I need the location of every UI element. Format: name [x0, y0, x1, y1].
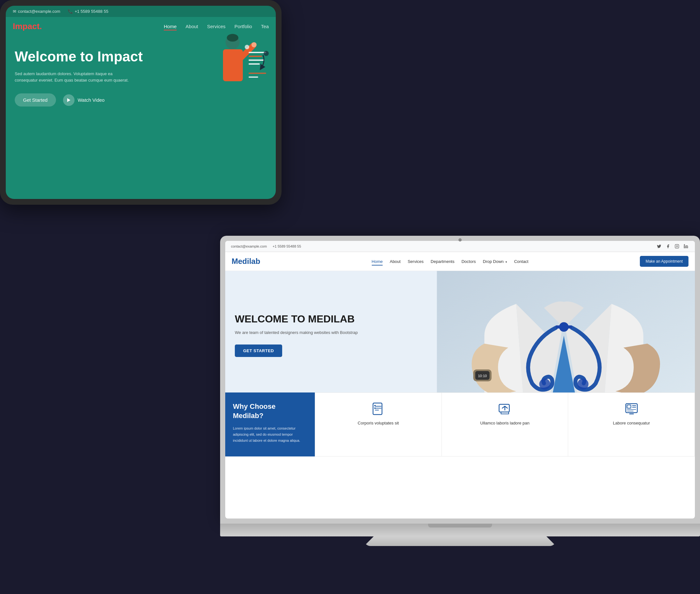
play-icon	[63, 94, 74, 106]
svg-point-3	[252, 42, 257, 47]
watch-video-label: Watch Video	[78, 97, 105, 103]
laptop-device: contact@example.com +1 5589 55488 55	[220, 236, 700, 588]
svg-rect-29	[374, 407, 376, 409]
appointment-button[interactable]: Make an Appointment	[640, 256, 689, 267]
medilab-logo: Medilab	[232, 257, 260, 266]
feature-card-1: Corporis voluptates sit	[315, 393, 441, 457]
dropdown-chevron-icon: ▾	[505, 260, 507, 264]
svg-rect-6	[248, 60, 265, 61]
medilab-hero-right: 10:10	[437, 271, 695, 393]
svg-rect-24	[373, 403, 382, 415]
svg-point-15	[684, 244, 685, 245]
svg-rect-4	[248, 52, 266, 53]
medilab-hero-section: WELCOME TO MEDILAB We are team of talent…	[225, 271, 695, 393]
laptop-hinge	[428, 524, 492, 527]
tablet-phone: 📞 +1 5589 55488 55	[68, 9, 108, 14]
medilab-hero-subtitle: We are team of talented designers making…	[235, 329, 427, 336]
laptop-screen: contact@example.com +1 5589 55488 55	[225, 241, 695, 519]
medilab-nav-doctors[interactable]: Doctors	[461, 259, 476, 264]
why-choose-text: Lorem ipsum dolor sit amet, consectetur …	[233, 425, 307, 443]
svg-rect-28	[374, 405, 376, 406]
tablet-email: ✉ contact@example.com	[13, 9, 60, 14]
medilab-nav-services[interactable]: Services	[408, 259, 424, 264]
medilab-phone: +1 5589 55488 55	[273, 244, 301, 248]
image-list-icon	[625, 402, 639, 416]
tablet-illustration	[186, 29, 269, 103]
tablet-screen: ✉ contact@example.com 📞 +1 5589 55488 55…	[6, 6, 276, 199]
medilab-email: contact@example.com	[231, 244, 267, 248]
why-choose-title: Why Choose Medilab?	[233, 402, 307, 420]
tablet-watch-video-button[interactable]: Watch Video	[63, 94, 105, 106]
tablet-nav-services[interactable]: Services	[207, 24, 226, 29]
laptop-base	[220, 524, 700, 536]
tablet-hero: Welcome to Impact Sed autem laudantium d…	[6, 36, 276, 197]
medilab-nav-home[interactable]: Home	[372, 259, 383, 264]
tablet-topbar: ✉ contact@example.com 📞 +1 5589 55488 55	[6, 6, 276, 17]
medilab-social-icons	[656, 243, 689, 250]
svg-rect-5	[248, 56, 262, 57]
medilab-navbar: Medilab Home About Services Departments …	[225, 252, 695, 271]
svg-point-8	[245, 45, 249, 49]
svg-rect-11	[248, 76, 258, 78]
svg-rect-7	[248, 63, 260, 65]
phone-icon: 📞	[68, 9, 73, 14]
why-choose-box: Why Choose Medilab? Lorem ipsum dolor si…	[225, 393, 315, 457]
laptop-stand	[364, 536, 556, 546]
tablet-hero-title: Welcome to Impact	[15, 48, 149, 65]
tablet-nav-links: Home About Services Portfolio Tea	[164, 24, 269, 29]
medilab-nav-dropdown[interactable]: Drop Down ▾	[483, 259, 507, 264]
twitter-icon[interactable]	[656, 243, 662, 250]
tablet-device: ✉ contact@example.com 📞 +1 5589 55488 55…	[0, 0, 281, 205]
linkedin-icon[interactable]	[683, 243, 689, 250]
svg-rect-10	[248, 73, 266, 74]
tablet-frame: ✉ contact@example.com 📞 +1 5589 55488 55…	[0, 0, 281, 205]
feature-cards-container: Corporis voluptates sit	[315, 393, 695, 457]
tablet-logo: Impact.	[13, 22, 42, 31]
document-list-icon	[371, 402, 385, 416]
medilab-hero-left: WELCOME TO MEDILAB We are team of talent…	[225, 271, 437, 393]
svg-point-1	[227, 34, 238, 41]
feature-1-title: Corporis voluptates sit	[358, 420, 399, 426]
medilab-get-started-button[interactable]: GET STARTED	[235, 344, 282, 357]
medilab-nav-about[interactable]: About	[390, 259, 401, 264]
feature-3-title: Labore consequatur	[613, 420, 650, 426]
tablet-get-started-button[interactable]: Get Started	[15, 93, 56, 106]
feature-card-2: Ullamco laboris ladore pan	[441, 393, 568, 457]
svg-rect-2	[223, 49, 243, 81]
envelope-icon: ✉	[13, 9, 16, 14]
svg-rect-33	[627, 405, 631, 408]
medilab-topbar-left: contact@example.com +1 5589 55488 55	[231, 244, 301, 248]
medilab-nav-departments[interactable]: Departments	[431, 259, 454, 264]
medilab-nav-links: Home About Services Departments Doctors …	[372, 259, 529, 264]
svg-rect-12	[675, 244, 679, 248]
tablet-nav-portfolio[interactable]: Portfolio	[234, 24, 252, 29]
svg-point-9	[264, 51, 269, 56]
medilab-nav-contact[interactable]: Contact	[514, 259, 529, 264]
tablet-nav-home[interactable]: Home	[164, 24, 177, 29]
scene: ✉ contact@example.com 📞 +1 5589 55488 55…	[0, 0, 700, 594]
tablet-nav-team[interactable]: Tea	[261, 24, 269, 29]
instagram-icon[interactable]	[674, 243, 680, 250]
laptop-camera	[459, 238, 462, 241]
facebook-icon[interactable]	[665, 243, 671, 250]
why-choose-section: Why Choose Medilab? Lorem ipsum dolor si…	[225, 393, 695, 457]
medilab-topbar: contact@example.com +1 5589 55488 55	[225, 241, 695, 252]
tablet-email-text: contact@example.com	[18, 9, 60, 14]
svg-point-19	[539, 379, 550, 390]
svg-point-20	[577, 379, 588, 390]
share-box-icon	[498, 402, 512, 416]
doctor-image-area: 10:10	[437, 271, 695, 393]
feature-card-3: Labore consequatur	[568, 393, 695, 457]
medilab-hero-title: WELCOME TO MEDILAB	[235, 313, 427, 325]
tablet-nav-about[interactable]: About	[186, 24, 198, 29]
feature-2-title: Ullamco laboris ladore pan	[480, 420, 530, 426]
svg-rect-14	[684, 246, 685, 248]
svg-text:10:10: 10:10	[478, 374, 487, 378]
tablet-phone-text: +1 5589 55488 55	[74, 9, 108, 14]
tablet-hero-subtitle: Sed autem laudantium dolores. Voluptatem…	[15, 71, 136, 84]
laptop-lid: contact@example.com +1 5589 55488 55	[220, 236, 700, 524]
